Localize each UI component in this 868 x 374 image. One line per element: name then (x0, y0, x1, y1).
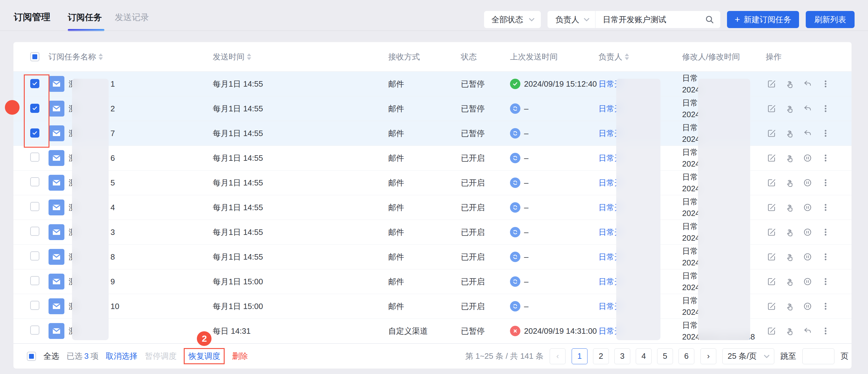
resume-icon[interactable] (803, 79, 812, 89)
sort-icon[interactable] (99, 53, 103, 60)
tap-run-icon[interactable] (785, 252, 794, 261)
resume-icon[interactable] (803, 326, 812, 336)
pause-icon[interactable] (803, 227, 812, 237)
more-actions-icon[interactable] (821, 203, 830, 212)
deselect-button[interactable]: 取消选择 (105, 351, 137, 362)
page-button-1[interactable]: 1 (572, 348, 588, 364)
channel-cell: 自定义渠道 (388, 326, 461, 337)
prev-page-button[interactable]: ‹ (550, 348, 565, 364)
tap-run-icon[interactable] (785, 104, 794, 113)
search-icon[interactable] (705, 15, 714, 24)
more-actions-icon[interactable] (821, 129, 830, 138)
tap-run-icon[interactable] (785, 153, 794, 163)
status-cell: 已暂停 (461, 103, 510, 114)
edit-icon[interactable] (767, 203, 776, 212)
sync-icon (510, 276, 520, 287)
tab-send-records[interactable]: 发送记录 (115, 11, 149, 23)
column-header-name[interactable]: 订阅任务名称 (49, 52, 213, 62)
pause-schedule-button[interactable]: 暂停调度 (145, 351, 177, 362)
pause-icon[interactable] (803, 277, 812, 286)
more-actions-icon[interactable] (821, 79, 830, 89)
page-button-4[interactable]: 4 (636, 348, 652, 364)
select-all-footer-checkbox[interactable] (27, 352, 36, 361)
row-checkbox[interactable] (30, 325, 39, 335)
edit-icon[interactable] (767, 153, 776, 163)
pause-icon[interactable] (803, 178, 812, 187)
next-page-button[interactable]: › (701, 348, 716, 364)
row-checkbox[interactable] (30, 301, 39, 310)
new-subscription-task-button[interactable]: + 新建订阅任务 (727, 11, 799, 28)
column-header-send-time[interactable]: 发送时间 (213, 52, 388, 62)
select-all-header-checkbox[interactable] (30, 52, 39, 61)
sync-icon (510, 227, 520, 237)
page-button-2[interactable]: 2 (593, 348, 609, 364)
tap-run-icon[interactable] (785, 79, 794, 89)
more-actions-icon[interactable] (821, 326, 830, 336)
edit-icon[interactable] (767, 252, 776, 261)
status-filter-select[interactable]: 全部状态 (484, 11, 541, 28)
row-checkbox[interactable] (30, 202, 39, 211)
edit-icon[interactable] (767, 302, 776, 311)
tab-subscription-tasks[interactable]: 订阅任务 (68, 11, 102, 23)
sort-icon[interactable] (247, 53, 251, 60)
channel-cell: 邮件 (388, 79, 461, 89)
more-actions-icon[interactable] (821, 252, 830, 261)
column-header-owner[interactable]: 负责人 (598, 52, 682, 62)
edit-icon[interactable] (767, 178, 776, 187)
tap-run-icon[interactable] (785, 326, 794, 336)
row-checkbox[interactable] (30, 276, 39, 285)
send-time-cell: 每月1日 14:55 (213, 252, 388, 262)
tap-run-icon[interactable] (785, 129, 794, 138)
row-actions (766, 302, 851, 311)
resume-schedule-button[interactable]: 恢复调度 (188, 351, 220, 361)
more-actions-icon[interactable] (821, 302, 830, 311)
tap-run-icon[interactable] (785, 178, 794, 187)
pause-icon[interactable] (803, 203, 812, 212)
pause-icon[interactable] (803, 153, 812, 163)
edit-icon[interactable] (767, 79, 776, 89)
more-actions-icon[interactable] (821, 227, 830, 237)
tap-run-icon[interactable] (785, 227, 794, 237)
pause-icon[interactable] (803, 302, 812, 311)
page-button-5[interactable]: 5 (657, 348, 673, 364)
edit-icon[interactable] (767, 277, 776, 286)
resume-icon[interactable] (803, 129, 812, 138)
more-actions-icon[interactable] (821, 104, 830, 113)
delete-button[interactable]: 删除 (232, 351, 248, 362)
more-actions-icon[interactable] (821, 153, 830, 163)
pause-icon[interactable] (803, 252, 812, 261)
jump-page-input[interactable] (802, 348, 834, 364)
task-name-suffix: 5 (111, 178, 115, 188)
task-name-suffix: 8 (111, 252, 115, 262)
edit-icon[interactable] (767, 227, 776, 237)
more-actions-icon[interactable] (821, 277, 830, 286)
mail-icon (49, 274, 64, 289)
row-checkbox[interactable] (30, 153, 39, 162)
owner-filter-select[interactable]: 负责人 (548, 14, 595, 25)
tap-run-icon[interactable] (785, 302, 794, 311)
chevron-down-icon (584, 18, 590, 21)
page-button-3[interactable]: 3 (614, 348, 630, 364)
status-cell: 已开启 (461, 301, 510, 312)
page-size-select[interactable]: 25 条/页 (722, 348, 774, 364)
status-cell: 已开启 (461, 153, 510, 163)
sort-icon[interactable] (625, 53, 629, 60)
last-send-time: 2024/09/19 15:12:40 (524, 79, 597, 89)
row-actions (766, 104, 851, 113)
search-input[interactable]: 日常开发账户测试 (595, 14, 705, 25)
send-time-cell: 每月1日 14:55 (213, 178, 388, 188)
edit-icon[interactable] (767, 129, 776, 138)
tap-run-icon[interactable] (785, 203, 794, 212)
select-all-label[interactable]: 全选 (43, 351, 59, 362)
edit-icon[interactable] (767, 326, 776, 336)
refresh-list-button[interactable]: 刷新列表 (806, 11, 855, 28)
row-checkbox[interactable] (30, 177, 39, 186)
last-send-time: 2024/09/19 14:31:00 (524, 326, 597, 336)
edit-icon[interactable] (767, 104, 776, 113)
row-checkbox[interactable] (30, 227, 39, 236)
tap-run-icon[interactable] (785, 277, 794, 286)
more-actions-icon[interactable] (821, 178, 830, 187)
page-button-6[interactable]: 6 (679, 348, 694, 364)
row-checkbox[interactable] (30, 251, 39, 260)
resume-icon[interactable] (803, 104, 812, 113)
